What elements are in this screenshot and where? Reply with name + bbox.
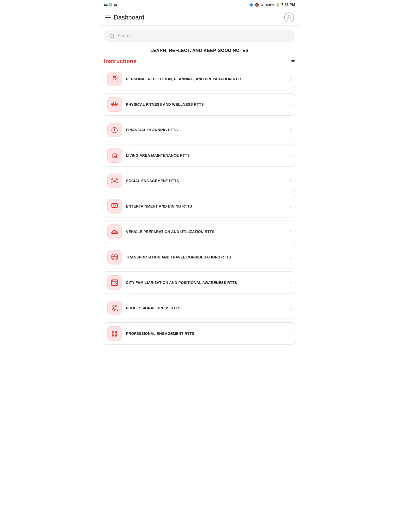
- profile-icon: [286, 15, 292, 20]
- time: 7:35 PM: [281, 3, 295, 7]
- search-icon: [109, 33, 115, 38]
- svg-rect-6: [116, 103, 117, 106]
- list-item-left: ENTERTAINMENT AND DINING RTTs: [107, 199, 290, 214]
- item-label: PROFESSIONAL ENGAGEMENT RTTs: [126, 331, 290, 336]
- svg-point-35: [112, 280, 113, 281]
- list-item-left: TRANSPORTATION AND TRAVEL CONSIDERATIONS…: [107, 250, 290, 264]
- social-network-svg: [110, 177, 119, 185]
- bus-svg: [110, 253, 119, 261]
- svg-point-8: [114, 102, 116, 104]
- svg-point-13: [112, 182, 113, 183]
- list-item[interactable]: FINANCIAL PLANNING RTTs ›: [103, 119, 296, 141]
- professional-dress-icon: [107, 301, 122, 315]
- item-label: FINANCIAL PLANNING RTTs: [126, 128, 290, 132]
- svg-point-10: [114, 180, 115, 182]
- item-label: PHYSICAL FITNESS AND WELLNESS RTTs: [126, 102, 290, 107]
- svg-point-12: [116, 179, 118, 180]
- wifi-icon: ▲: [261, 3, 264, 7]
- list-item[interactable]: CITY FAMILIARIZATION AND POSITIONAL AWAR…: [103, 271, 296, 294]
- list-item[interactable]: PROFESSIONAL DRESS RTTs ›: [103, 297, 296, 319]
- list-item[interactable]: PERSONAL REFLECTION, PLANNING, AND PREPA…: [103, 68, 296, 90]
- house-gear-svg: [110, 151, 119, 159]
- header-left: Dashboard: [105, 14, 144, 21]
- svg-point-39: [116, 331, 117, 333]
- list-item[interactable]: TRANSPORTATION AND TRAVEL CONSIDERATIONS…: [103, 246, 296, 268]
- living-area-icon: [107, 148, 122, 163]
- profile-button[interactable]: [284, 12, 294, 22]
- bluetooth-icon: 🔷: [249, 3, 253, 7]
- chevron-right-icon: ›: [290, 152, 292, 158]
- chevron-right-icon: ›: [290, 203, 292, 209]
- city-familiarization-icon: [107, 275, 122, 290]
- svg-point-34: [115, 283, 117, 284]
- svg-line-18: [115, 181, 117, 182]
- battery-percent: 100%: [265, 3, 274, 7]
- professional-engagement-svg: [110, 329, 119, 338]
- list-container: PERSONAL REFLECTION, PLANNING, AND PREPA…: [100, 68, 299, 351]
- item-label: VEHICLE PREPARATION AND UTILIZATION RTTs: [126, 230, 290, 234]
- item-label: PERSONAL REFLECTION, PLANNING, AND PREPA…: [126, 77, 290, 81]
- personal-reflection-icon: [107, 72, 122, 86]
- search-input[interactable]: [118, 33, 290, 38]
- list-item-left: PERSONAL REFLECTION, PLANNING, AND PREPA…: [107, 72, 290, 86]
- list-item[interactable]: PHYSICAL FITNESS AND WELLNESS RTTs ›: [103, 93, 296, 116]
- svg-point-41: [116, 335, 117, 336]
- list-item[interactable]: VEHICLE PREPARATION AND UTILIZATION RTTs…: [103, 221, 296, 243]
- list-item-left: PHYSICAL FITNESS AND WELLNESS RTTs: [107, 97, 290, 112]
- mute-icon: 🔕: [255, 3, 259, 7]
- list-item-left: FINANCIAL PLANNING RTTs: [107, 123, 290, 137]
- list-item[interactable]: PROFESSIONAL ENGAGEMENT RTTs ›: [103, 322, 296, 345]
- list-item-left: PROFESSIONAL DRESS RTTs: [107, 301, 290, 315]
- chevron-right-icon: ›: [290, 305, 292, 311]
- svg-rect-5: [112, 103, 113, 106]
- svg-point-1: [110, 34, 114, 37]
- list-item[interactable]: ENTERTAINMENT AND DINING RTTs ›: [103, 195, 296, 217]
- page-title: Dashboard: [114, 14, 144, 21]
- svg-point-37: [115, 305, 117, 307]
- hamburger-menu-button[interactable]: [105, 16, 111, 19]
- instructions-label: Instructions: [104, 58, 137, 65]
- status-bar-left: 📷 ⚙️ 📷 ···: [104, 3, 121, 6]
- chevron-right-icon: ›: [290, 127, 292, 133]
- svg-point-0: [288, 16, 290, 17]
- car-svg: [110, 228, 119, 236]
- svg-line-16: [115, 179, 117, 180]
- app-icons: 📷 ⚙️ 📷 ···: [104, 3, 121, 6]
- clipboard-heart-svg: [110, 75, 119, 83]
- list-item-left: VEHICLE PREPARATION AND UTILIZATION RTTs: [107, 224, 290, 239]
- dumbbell-svg: [110, 100, 119, 109]
- professional-dress-svg: [110, 304, 119, 312]
- status-bar: 📷 ⚙️ 📷 ··· 🔷 🔕 ▲ 100% 🔋 7:35 PM: [100, 0, 299, 9]
- list-item[interactable]: SOCIAL ENGAGEMENT RTTs ›: [103, 170, 296, 192]
- svg-point-36: [113, 305, 114, 307]
- section-title: LEARN, REFLECT, AND KEEP GOOD NOTES: [100, 44, 299, 55]
- list-item-left: LIVING AREA MAINTENANCE RTTs: [107, 148, 290, 163]
- list-item[interactable]: LIVING AREA MAINTENANCE RTTs ›: [103, 144, 296, 167]
- dropdown-arrow-icon: [291, 60, 295, 63]
- item-label: SOCIAL ENGAGEMENT RTTs: [126, 179, 290, 183]
- list-item-left: PROFESSIONAL ENGAGEMENT RTTs: [107, 326, 290, 341]
- social-engagement-icon: [107, 174, 122, 188]
- svg-point-11: [112, 179, 113, 180]
- professional-engagement-icon: [107, 326, 122, 341]
- search-bar[interactable]: [104, 30, 295, 42]
- entertainment-svg: [110, 202, 119, 210]
- item-label: CITY FAMILIARIZATION AND POSITIONAL AWAR…: [126, 281, 290, 285]
- svg-marker-20: [114, 204, 116, 207]
- item-label: PROFESSIONAL DRESS RTTs: [126, 306, 290, 310]
- status-bar-right: 🔷 🔕 ▲ 100% 🔋 7:35 PM: [249, 3, 295, 7]
- svg-point-14: [116, 182, 118, 183]
- chevron-right-icon: ›: [290, 331, 292, 337]
- svg-line-17: [113, 181, 114, 182]
- money-bag-svg: [110, 126, 119, 134]
- item-label: ENTERTAINMENT AND DINING RTTs: [126, 204, 290, 208]
- physical-fitness-icon: [107, 97, 122, 112]
- vehicle-preparation-icon: [107, 224, 122, 239]
- svg-rect-19: [112, 203, 117, 208]
- svg-point-38: [112, 331, 114, 333]
- map-pin-svg: [110, 278, 119, 287]
- item-label: TRANSPORTATION AND TRAVEL CONSIDERATIONS…: [126, 255, 290, 259]
- chevron-right-icon: ›: [290, 102, 292, 108]
- list-item-left: SOCIAL ENGAGEMENT RTTs: [107, 174, 290, 188]
- instructions-row[interactable]: Instructions: [100, 55, 299, 68]
